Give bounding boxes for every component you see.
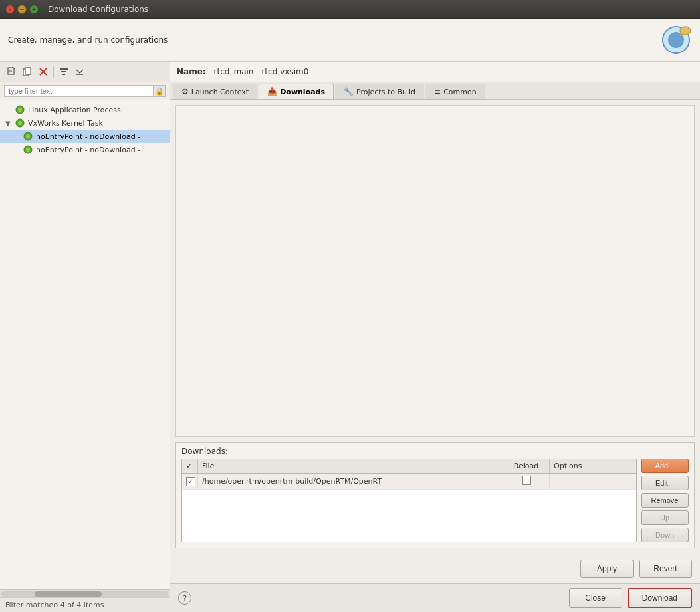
reload-checkbox[interactable] xyxy=(522,476,531,485)
toolbar-separator xyxy=(53,66,54,78)
downloads-section-label: Downloads: xyxy=(176,443,694,459)
row-checkbox[interactable] xyxy=(186,477,195,486)
noentry1-icon xyxy=(23,131,33,142)
header-icon xyxy=(660,24,692,56)
svg-point-17 xyxy=(18,121,22,125)
down-button[interactable]: Down xyxy=(641,528,689,542)
window-header: Create, manage, and run configurations xyxy=(0,19,700,62)
footer-bar: ? Close Download xyxy=(170,583,700,612)
svg-point-15 xyxy=(18,108,22,112)
add-button[interactable]: Add... xyxy=(641,459,689,473)
scrollbar-thumb[interactable] xyxy=(35,591,101,597)
remove-button[interactable]: Remove xyxy=(641,493,689,508)
downloads-tab-icon: 📥 xyxy=(267,87,277,96)
tab-common[interactable]: ≡ Common xyxy=(425,84,485,99)
side-buttons: Add... Edit... Remove Up Down xyxy=(641,459,689,542)
th-reload: Reload xyxy=(503,459,550,473)
filter-input[interactable] xyxy=(4,85,154,97)
tree-item-noentry2[interactable]: noEntryPoint - noDownload - xyxy=(0,143,170,156)
th-check: ✓ xyxy=(182,459,198,473)
svg-rect-10 xyxy=(60,68,68,70)
tree-item-noentry1[interactable]: noEntryPoint - noDownload - xyxy=(0,130,170,143)
filter-lock-button[interactable]: 🔒 xyxy=(154,85,166,97)
th-file: File xyxy=(198,459,503,473)
svg-rect-11 xyxy=(61,71,66,72)
tree-arrow-expanded: ▼ xyxy=(5,120,13,127)
downloads-section: Downloads: ✓ File Reload Options xyxy=(175,442,695,548)
noentry2-icon xyxy=(23,144,33,155)
minimize-window-button[interactable]: − xyxy=(17,5,27,14)
tree-item-vxworks[interactable]: ▼ VxWorks Kernel Task xyxy=(0,116,170,130)
empty-content-area xyxy=(175,105,695,437)
filter-button[interactable] xyxy=(57,64,71,79)
name-label: Name: xyxy=(177,67,206,76)
linux-app-icon xyxy=(15,104,25,115)
tab-label: Downloads xyxy=(280,88,325,96)
projects-tab-icon: 🔧 xyxy=(344,87,354,96)
close-button[interactable]: Close xyxy=(569,588,622,608)
scrollbar-track xyxy=(1,591,168,597)
up-button[interactable]: Up xyxy=(641,510,689,525)
tab-label: Common xyxy=(443,88,477,96)
main-window: Create, manage, and run configurations xyxy=(0,19,700,612)
table-row: /home/openrtm/openrtm-build/OpenRTM/Open… xyxy=(182,474,636,490)
common-tab-icon: ≡ xyxy=(434,87,441,96)
close-window-button[interactable]: × xyxy=(5,5,15,14)
td-options xyxy=(550,480,636,484)
window-subtitle: Create, manage, and run configurations xyxy=(8,35,168,45)
right-panel: Name: rtcd_main - rtcd-vxsim0 ⚙ Launch C… xyxy=(170,62,700,612)
titlebar: × − + Download Configurations xyxy=(0,0,700,19)
svg-point-2 xyxy=(680,27,691,35)
downloads-table: ✓ File Reload Options /home/openrtm/open… xyxy=(181,459,637,542)
collapse-button[interactable] xyxy=(72,64,87,79)
edit-button[interactable]: Edit... xyxy=(641,476,689,490)
name-bar: Name: rtcd_main - rtcd-vxsim0 xyxy=(170,62,700,82)
window-controls: × − + xyxy=(5,5,39,14)
th-options: Options xyxy=(550,459,636,473)
tab-content: Downloads: ✓ File Reload Options xyxy=(170,100,700,554)
content-area: 🔒 Linux Application Process ▼ xyxy=(0,62,700,612)
tree-item-label: noEntryPoint - noDownload - xyxy=(36,132,140,141)
apply-button[interactable]: Apply xyxy=(580,560,634,578)
download-button[interactable]: Download xyxy=(628,588,692,608)
delete-config-button[interactable] xyxy=(36,64,51,79)
config-name-value: rtcd_main - rtcd-vxsim0 xyxy=(211,66,693,78)
new-config-button[interactable] xyxy=(4,64,19,79)
tab-downloads[interactable]: 📥 Downloads xyxy=(259,84,334,99)
downloads-table-container: ✓ File Reload Options /home/openrtm/open… xyxy=(176,459,694,548)
vxworks-icon xyxy=(15,118,25,128)
td-check[interactable] xyxy=(182,475,198,488)
window-title: Download Configurations xyxy=(48,5,695,14)
tab-label: Launch Context xyxy=(191,88,249,96)
revert-button[interactable]: Revert xyxy=(639,560,692,578)
svg-rect-3 xyxy=(8,68,13,74)
tree-item-label: VxWorks Kernel Task xyxy=(28,119,103,128)
svg-rect-7 xyxy=(25,68,31,74)
horizontal-scrollbar[interactable] xyxy=(0,589,170,597)
tree-item-label: noEntryPoint - noDownload - xyxy=(36,146,140,154)
help-button[interactable]: ? xyxy=(178,591,191,605)
footer-right-buttons: Close Download xyxy=(569,588,692,608)
tabs-bar: ⚙ Launch Context 📥 Downloads 🔧 Projects … xyxy=(170,82,700,100)
maximize-window-button[interactable]: + xyxy=(29,5,39,14)
td-file: /home/openrtm/openrtm-build/OpenRTM/Open… xyxy=(198,475,503,488)
copy-config-button[interactable] xyxy=(20,64,35,79)
tab-launch-context[interactable]: ⚙ Launch Context xyxy=(173,84,257,99)
td-reload[interactable] xyxy=(503,474,550,489)
apply-revert-bar: Apply Revert xyxy=(170,554,700,583)
filter-bar: 🔒 xyxy=(0,82,170,100)
svg-rect-12 xyxy=(62,74,65,75)
launch-context-tab-icon: ⚙ xyxy=(181,87,189,96)
tree-item-linux[interactable]: Linux Application Process xyxy=(0,103,170,116)
tab-label: Projects to Build xyxy=(356,88,415,96)
tree-area: Linux Application Process ▼ VxWorks Kern… xyxy=(0,100,170,589)
tab-projects[interactable]: 🔧 Projects to Build xyxy=(335,84,424,99)
svg-point-19 xyxy=(26,134,30,138)
svg-point-21 xyxy=(26,148,30,152)
left-panel: 🔒 Linux Application Process ▼ xyxy=(0,62,170,612)
tree-item-label: Linux Application Process xyxy=(28,106,121,114)
table-header: ✓ File Reload Options xyxy=(182,459,636,474)
left-toolbar xyxy=(0,62,170,82)
filter-status: Filter matched 4 of 4 items xyxy=(0,597,170,612)
